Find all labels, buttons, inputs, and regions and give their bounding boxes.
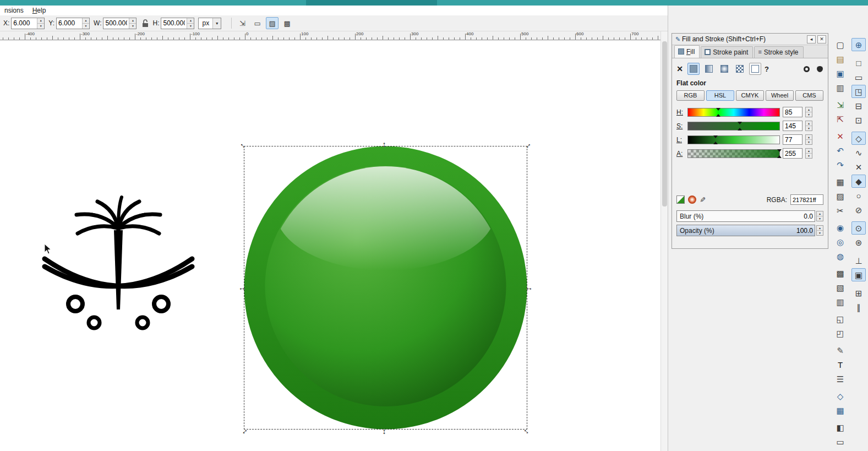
saturation-spin-down[interactable]: ▼ [806, 126, 812, 131]
snap-midpoints-icon[interactable]: ⊘ [851, 203, 866, 216]
mode-wheel[interactable]: Wheel [766, 90, 794, 101]
eyedropper-icon[interactable]: ✎ [698, 197, 707, 203]
hue-value-input[interactable] [783, 107, 803, 117]
scale-stroke-with-object-button[interactable]: ⇲ [236, 17, 249, 29]
snap-bbox-edges-icon[interactable]: ▭ [851, 70, 866, 84]
y-spin-up[interactable]: ▲ [83, 18, 89, 23]
opacity-value-input[interactable] [788, 226, 813, 235]
horizontal-ruler[interactable]: -400-300-200-1000100200300400500600700 [0, 31, 660, 40]
unknown-paint-button[interactable]: ? [765, 65, 769, 73]
group-objects-icon[interactable]: ◱ [833, 312, 848, 325]
opacity-spin-up[interactable]: ▲ [817, 226, 823, 230]
no-paint-button[interactable]: ✕ [675, 64, 684, 73]
move-gradients-with-object-button[interactable]: ▨ [266, 17, 279, 29]
window-close-icon[interactable]: ✕ [833, 129, 848, 143]
fill-stroke-dialog-icon[interactable]: ◧ [833, 421, 848, 434]
unit-select[interactable]: px ▼ [198, 18, 221, 29]
tab-stroke-paint[interactable]: Stroke paint [701, 46, 753, 58]
scale-handle-nw[interactable]: ↔ [238, 139, 249, 150]
edit-gradient-icon[interactable] [676, 195, 685, 204]
align-distribute-dialog-icon[interactable]: ▦ [833, 404, 848, 417]
zoom-drawing-icon[interactable]: ◎ [833, 235, 848, 248]
h-spin-up[interactable]: ▲ [187, 18, 194, 23]
swatch-button[interactable] [749, 63, 761, 75]
blur-spin-down[interactable]: ▼ [817, 216, 823, 221]
hue-spin-up[interactable]: ▲ [806, 107, 812, 112]
snap-path-intersections-icon[interactable]: ✕ [851, 160, 866, 173]
snap-bbox-edge-midpoints-icon[interactable]: ⊟ [851, 99, 866, 112]
scrollbar-thumb[interactable] [662, 41, 667, 207]
xml-editor-icon[interactable]: ◇ [833, 389, 848, 403]
saturation-spin-up[interactable]: ▲ [806, 121, 812, 126]
snap-grids-icon[interactable]: ⊞ [851, 286, 866, 300]
linear-gradient-button[interactable] [703, 63, 715, 75]
canvas-vertical-scrollbar[interactable] [660, 31, 668, 451]
scale-handle-n[interactable]: ↕ [383, 140, 386, 148]
mode-cmyk[interactable]: CMYK [736, 90, 764, 101]
zoom-selection-icon[interactable]: ◉ [833, 221, 848, 234]
ungroup-objects-icon[interactable]: ◰ [833, 327, 848, 340]
w-input[interactable] [103, 18, 129, 29]
scale-handle-ne[interactable]: ↔ [522, 139, 533, 150]
menu-help[interactable]: Help [28, 6, 51, 15]
layers-dialog-icon[interactable]: ☰ [833, 372, 848, 385]
canvas[interactable]: ↔ ↕ ↔ ↔ ↔ ↔ ↕ ↔ [0, 41, 660, 451]
scale-handle-se[interactable]: ↔ [522, 425, 533, 436]
fill-rule-evenodd-button[interactable] [801, 64, 811, 74]
lock-ratio-button[interactable] [141, 19, 149, 28]
lightness-slider[interactable] [687, 135, 780, 144]
snap-object-centers-icon[interactable]: ⊙ [851, 221, 866, 235]
x-spin-down[interactable]: ▼ [37, 23, 44, 29]
document-print-icon[interactable]: ▥ [833, 81, 848, 94]
panel-close-button[interactable]: ✕ [817, 35, 826, 44]
redo-icon[interactable]: ↷ [833, 158, 848, 171]
panel-dock-button[interactable]: ◂ [807, 35, 816, 44]
scale-corners-with-object-button[interactable]: ▭ [251, 17, 264, 29]
radial-gradient-button[interactable] [718, 63, 730, 75]
fill-rule-nonzero-button[interactable] [815, 64, 825, 74]
snap-page-border-icon[interactable]: ▣ [851, 268, 866, 281]
blur-value-input[interactable] [788, 211, 813, 221]
zoom-page-icon[interactable]: ◍ [833, 249, 848, 263]
alpha-spin-down[interactable]: ▼ [806, 153, 812, 158]
paste-icon[interactable]: ▨ [833, 189, 848, 203]
snap-paths-icon[interactable]: ∿ [851, 146, 866, 159]
opacity-slider[interactable]: Opacity (%) [676, 225, 815, 236]
blur-spin-up[interactable]: ▲ [817, 211, 823, 216]
cut-icon[interactable]: ✂ [833, 204, 848, 217]
x-input[interactable] [12, 18, 37, 29]
document-open-icon[interactable]: ▤ [833, 52, 848, 66]
document-export-icon[interactable]: ⇱ [833, 112, 848, 126]
radial-swatch-icon[interactable] [688, 195, 696, 204]
hue-slider[interactable] [687, 108, 780, 117]
create-clone-icon[interactable]: ▧ [833, 281, 848, 294]
lightness-value-input[interactable] [783, 134, 803, 145]
snap-smooth-nodes-icon[interactable]: ○ [851, 189, 866, 202]
flat-color-button[interactable] [687, 63, 700, 75]
hue-spin-down[interactable]: ▼ [806, 112, 812, 117]
document-properties-icon[interactable]: ▭ [833, 435, 848, 448]
mode-cms[interactable]: CMS [795, 90, 823, 101]
h-spin-down[interactable]: ▼ [187, 23, 194, 29]
scale-handle-sw[interactable]: ↔ [238, 425, 249, 436]
snap-rotation-centers-icon[interactable]: ⊛ [851, 236, 866, 249]
document-save-icon[interactable]: ▣ [833, 67, 848, 80]
copy-icon[interactable]: ▦ [833, 175, 848, 188]
move-patterns-with-object-button[interactable]: ▩ [281, 17, 293, 29]
selection-rectangle[interactable]: ↔ ↕ ↔ ↔ ↔ ↔ ↕ ↔ [244, 146, 527, 430]
tab-stroke-style[interactable]: ≡ Stroke style [754, 46, 803, 58]
alpha-value-input[interactable] [783, 148, 803, 159]
snap-bbox-corners-icon[interactable]: ◳ [851, 85, 866, 98]
blur-slider[interactable]: Blur (%) [676, 210, 815, 222]
edit-pencil-icon[interactable]: ✎ [833, 344, 848, 357]
lightness-spin-up[interactable]: ▲ [806, 135, 812, 139]
palm-and-swords-emblem[interactable] [41, 194, 195, 344]
y-spin-down[interactable]: ▼ [83, 23, 89, 29]
unlink-clone-icon[interactable]: ▥ [833, 295, 848, 308]
snap-enable-icon[interactable]: ⊕ [851, 38, 866, 51]
saturation-slider[interactable] [687, 122, 780, 131]
saturation-value-input[interactable] [783, 121, 803, 131]
scale-handle-s[interactable]: ↕ [383, 427, 386, 435]
snap-nodes-icon[interactable]: ◇ [851, 132, 866, 145]
mode-hsl[interactable]: HSL [706, 90, 734, 101]
